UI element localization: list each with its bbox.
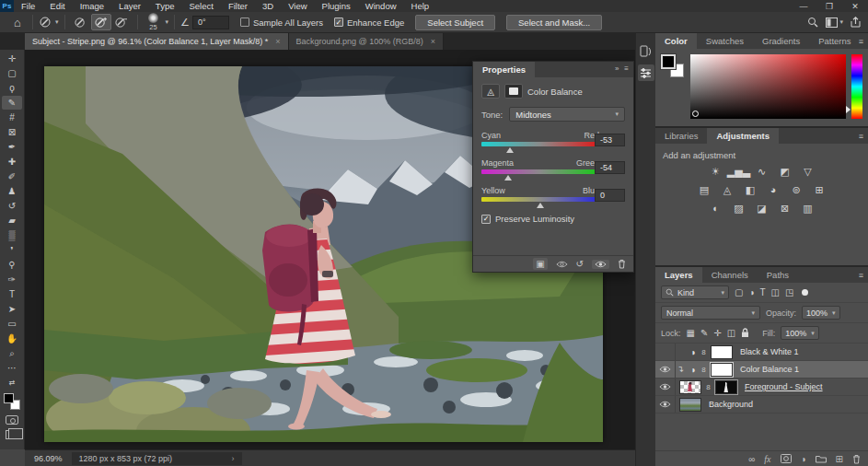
exposure-icon[interactable]: ◩: [778, 165, 793, 178]
lock-transparency-icon[interactable]: ▦: [687, 328, 695, 338]
hue-slider[interactable]: [851, 54, 862, 119]
restore-button[interactable]: ❐: [816, 0, 842, 12]
adjustments-tab-libraries[interactable]: Libraries: [655, 128, 707, 144]
visibility-toggle[interactable]: [655, 379, 676, 395]
reset-adjustment-icon[interactable]: ↺: [576, 259, 584, 269]
slider-handle[interactable]: [537, 203, 544, 208]
hue-slider-arrow[interactable]: [846, 106, 851, 113]
layer-row-background[interactable]: Background: [655, 396, 868, 414]
delete-layer-icon[interactable]: [852, 454, 861, 464]
menu-type[interactable]: Type: [148, 0, 182, 12]
view-previous-state-icon[interactable]: [556, 261, 568, 268]
zoom-level[interactable]: 96.09%: [25, 454, 72, 463]
selective-color-icon[interactable]: ⊠: [778, 202, 793, 215]
subtract-from-selection-brush-icon[interactable]: [111, 14, 132, 30]
select-subject-button[interactable]: Select Subject: [415, 15, 495, 30]
enhance-edge-checkbox[interactable]: ✓ Enhance Edge: [334, 17, 404, 28]
layer-mask-thumbnail[interactable]: [715, 380, 737, 394]
visibility-toggle[interactable]: [655, 396, 676, 413]
menu-window[interactable]: Window: [358, 0, 404, 12]
saturation-brightness-field[interactable]: [690, 54, 846, 119]
minimize-button[interactable]: —: [791, 0, 816, 12]
collapse-panel-icon[interactable]: »: [615, 64, 619, 73]
slider-handle[interactable]: [504, 175, 512, 181]
threshold-icon[interactable]: ◪: [755, 202, 770, 215]
filter-type-layers-icon[interactable]: T: [760, 287, 766, 297]
screen-mode-button[interactable]: [6, 430, 18, 439]
close-tab-icon[interactable]: ×: [431, 37, 435, 46]
lock-all-icon[interactable]: [741, 328, 749, 338]
properties-tab[interactable]: Properties: [473, 62, 535, 77]
path-select-tool[interactable]: ➤: [2, 302, 22, 316]
selection-brush-tool[interactable]: ✎: [2, 96, 22, 110]
chevron-down-icon[interactable]: ▾: [166, 18, 169, 26]
visibility-toggle[interactable]: [655, 361, 676, 378]
menu-image[interactable]: Image: [73, 0, 111, 12]
home-icon[interactable]: ⌂: [8, 16, 27, 29]
brush-angle-input[interactable]: 0°: [192, 16, 229, 29]
gradient-map-icon[interactable]: ▥: [801, 202, 816, 215]
layer-mask-thumbnail[interactable]: [711, 363, 733, 377]
add-to-selection-brush-icon[interactable]: [91, 14, 111, 30]
foreground-color-swatch[interactable]: [661, 54, 676, 69]
invert-icon[interactable]: ◐: [709, 202, 723, 215]
search-icon[interactable]: [807, 17, 818, 28]
status-expand-icon[interactable]: ›: [232, 454, 235, 463]
type-tool[interactable]: T: [2, 287, 22, 301]
delete-adjustment-icon[interactable]: [618, 259, 626, 269]
share-icon[interactable]: [851, 17, 861, 28]
brightness-contrast-icon[interactable]: ☀: [709, 165, 723, 178]
filter-shape-layers-icon[interactable]: ◫: [771, 287, 780, 297]
layer-effects-icon[interactable]: fx: [764, 454, 770, 464]
eyedropper-tool[interactable]: ✒: [2, 140, 22, 154]
layers-tab-paths[interactable]: Paths: [758, 267, 798, 283]
blur-tool[interactable]: ❜: [2, 243, 22, 257]
rectangular-marquee-tool[interactable]: ▢: [2, 66, 22, 80]
link-layers-icon[interactable]: ∞: [748, 454, 755, 464]
layer-mask-thumbnail[interactable]: [711, 345, 733, 359]
adjustments-tab-adjustments[interactable]: Adjustments: [707, 128, 779, 144]
menu-view[interactable]: View: [281, 0, 314, 12]
lock-position-icon[interactable]: ✛: [713, 328, 721, 338]
layer-row-foreground-subject[interactable]: 8 Foreground - Subject: [655, 379, 868, 396]
rectangle-tool[interactable]: ▭: [2, 317, 22, 331]
pen-tool[interactable]: ✑: [2, 273, 22, 286]
foreground-background-colors[interactable]: [4, 393, 20, 410]
toggle-visibility-icon[interactable]: [592, 260, 609, 269]
healing-brush-tool[interactable]: ✚: [2, 155, 22, 169]
filter-smart-objects-icon[interactable]: ◳: [785, 287, 793, 297]
menu-filter[interactable]: Filter: [221, 0, 255, 12]
color-lookup-icon[interactable]: ⊞: [812, 183, 827, 196]
filter-adjustment-layers-icon[interactable]: ◑: [748, 287, 754, 297]
opacity-input[interactable]: 100% ▾: [802, 306, 840, 320]
black-white-icon[interactable]: ◧: [743, 183, 758, 196]
channel-mixer-icon[interactable]: ⊚: [789, 183, 804, 196]
panel-menu-icon[interactable]: ≡: [624, 64, 629, 73]
clone-stamp-tool[interactable]: ♟: [2, 184, 22, 198]
levels-icon[interactable]: ▂▅▃: [732, 165, 746, 178]
layer-filter-kind-select[interactable]: Kind ▾: [661, 285, 729, 299]
sample-all-layers-checkbox[interactable]: Sample All Layers: [240, 17, 323, 28]
photo-filter-icon[interactable]: ◕: [766, 183, 781, 196]
document-tab-0[interactable]: Subject - Stripe.png @ 96.1% (Color Bala…: [25, 33, 289, 50]
layers-tab-channels[interactable]: Channels: [702, 267, 758, 283]
yellow-blue-value[interactable]: 0: [595, 189, 625, 202]
menu-help[interactable]: Help: [404, 0, 437, 12]
dodge-tool[interactable]: ⚲: [2, 258, 22, 272]
blend-mode-select[interactable]: Normal ▾: [661, 306, 760, 320]
frame-tool[interactable]: ⊠: [2, 125, 22, 139]
menu-edit[interactable]: Edit: [42, 0, 72, 12]
tone-select[interactable]: Midtones ▾: [509, 107, 625, 122]
color-tab-patterns[interactable]: Patterns: [809, 33, 860, 49]
swap-colors-icon[interactable]: ⇄: [2, 376, 22, 390]
panel-menu-icon[interactable]: ≡: [859, 132, 863, 141]
fill-input[interactable]: 100% ▾: [781, 326, 819, 340]
vibrance-icon[interactable]: ▽: [801, 165, 816, 178]
magenta-green-value[interactable]: -54: [595, 161, 625, 174]
history-panel-icon[interactable]: [638, 42, 654, 59]
brush-tool[interactable]: ✐: [2, 169, 22, 183]
document-info[interactable]: 1280 px x 853 px (72 ppi) ›: [72, 452, 242, 465]
new-adjustment-layer-icon[interactable]: ◑: [801, 454, 806, 464]
lasso-tool[interactable]: ϙ: [2, 81, 22, 95]
close-button[interactable]: ✕: [842, 0, 868, 12]
